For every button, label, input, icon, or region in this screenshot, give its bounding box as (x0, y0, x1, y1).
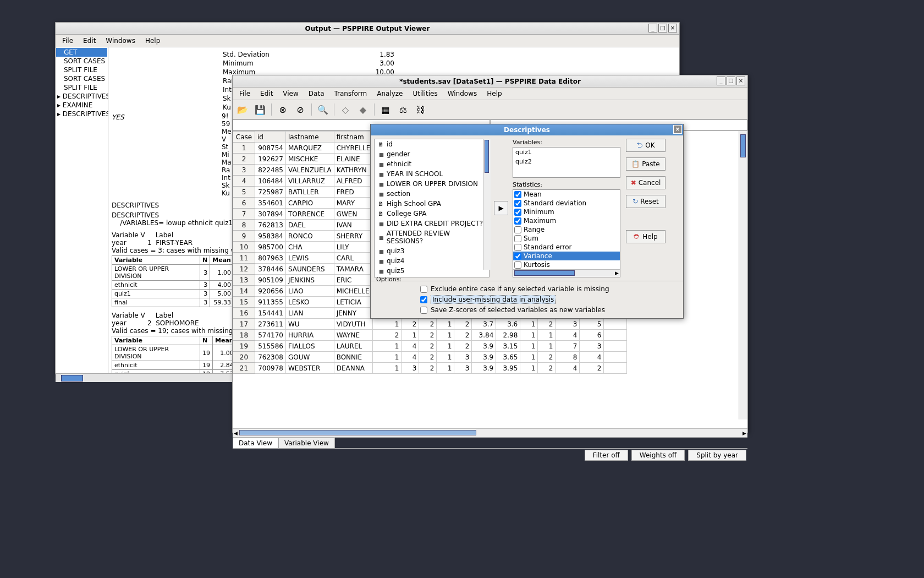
selected-variables-list[interactable]: quiz1quiz2 (513, 147, 620, 178)
stat-checkbox-row[interactable]: Variance (513, 252, 620, 260)
tab-data-view[interactable]: Data View (233, 438, 278, 448)
stat-checkbox[interactable] (514, 209, 521, 216)
stat-checkbox-row[interactable]: Maximum (513, 216, 620, 225)
source-var-item[interactable]: quiz4 (375, 256, 489, 266)
selected-var-item[interactable]: quiz2 (513, 157, 620, 166)
option-row[interactable]: Save Z-scores of selected variables as n… (376, 305, 678, 315)
minimize-icon[interactable]: _ (648, 24, 657, 32)
stat-checkbox[interactable] (514, 200, 521, 207)
statistics-list[interactable]: MeanStandard deviationMinimumMaximumRang… (513, 189, 620, 277)
help-button[interactable]: ⛑Help (626, 230, 666, 243)
paste-button[interactable]: 📋Paste (626, 157, 666, 171)
source-variables-list[interactable]: idgenderethnicitYEAR IN SCHOOLLOWER OR U… (374, 139, 490, 277)
source-var-item[interactable]: DID EXTRA CREDIT PROJECT? (375, 219, 489, 228)
editor-titlebar[interactable]: *students.sav [DataSet1] — PSPPIRE Data … (233, 75, 747, 88)
table-row[interactable]: 20762308GOUWBONNIE142133.93.651284 (233, 352, 627, 363)
option-checkbox[interactable] (420, 286, 427, 293)
source-var-item[interactable]: ATTENDED REVIEW SESSIONS? (375, 228, 489, 246)
menu-data[interactable]: Data (304, 89, 329, 99)
selected-var-item[interactable]: quiz1 (513, 148, 620, 157)
sheet-vscroll[interactable] (739, 131, 747, 419)
close-icon[interactable]: × (668, 24, 677, 32)
dialog-title[interactable]: Descriptives × (371, 124, 683, 135)
stat-checkbox[interactable] (514, 217, 521, 225)
stats-hscroll[interactable]: ▶ (513, 269, 620, 277)
move-right-button[interactable]: ▶ (494, 201, 508, 215)
tree-item[interactable]: SPLIT FILE (56, 83, 107, 92)
source-var-item[interactable]: quiz3 (375, 246, 489, 256)
source-var-item[interactable]: gender (375, 149, 489, 159)
stat-checkbox[interactable] (514, 191, 521, 198)
value-labels-icon[interactable]: ▦ (378, 102, 393, 117)
menu-help[interactable]: Help (482, 89, 506, 99)
weight-icon[interactable]: ⚖ (395, 102, 411, 117)
option-checkbox[interactable] (420, 307, 427, 314)
stat-checkbox-row[interactable]: Mean (513, 190, 620, 199)
find-icon[interactable]: 🔍 (315, 102, 331, 117)
source-var-item[interactable]: High School GPA (375, 199, 489, 209)
source-var-item[interactable]: YEAR IN SCHOOL (375, 169, 489, 179)
menu-utilities[interactable]: Utilities (408, 89, 442, 99)
cancel-button[interactable]: ✖Cancel (626, 176, 666, 189)
reset-button[interactable]: ↻Reset (626, 195, 666, 208)
stat-checkbox[interactable] (514, 226, 521, 233)
goto-case-icon[interactable]: ⊗ (275, 102, 290, 117)
save-icon[interactable]: 💾 (252, 102, 268, 117)
minimize-icon[interactable]: _ (717, 77, 725, 85)
goto-var-icon[interactable]: ⊘ (293, 102, 308, 117)
split-icon[interactable]: ⛓ (413, 102, 428, 117)
insert-case-icon[interactable]: ◇ (338, 102, 353, 117)
menu-file[interactable]: File (235, 89, 255, 99)
menu-file[interactable]: File (58, 36, 78, 46)
tree-item[interactable]: SPLIT FILE (56, 66, 107, 74)
option-row[interactable]: Exclude entire case if any selected vari… (376, 284, 678, 294)
ok-button[interactable]: ⮌OK (626, 139, 666, 152)
tab-variable-view[interactable]: Variable View (278, 438, 335, 448)
tree-item[interactable]: GET (56, 48, 107, 57)
open-icon[interactable]: 📂 (235, 102, 250, 117)
close-icon[interactable]: × (736, 77, 745, 85)
stat-checkbox[interactable] (514, 235, 521, 242)
stat-checkbox-row[interactable]: Standard deviation (513, 199, 620, 208)
maximize-icon[interactable]: □ (658, 24, 667, 32)
sheet-hscroll[interactable]: ▶◀ (233, 428, 747, 437)
tree-item[interactable]: SORT CASES (56, 57, 107, 66)
maximize-icon[interactable]: □ (727, 77, 735, 85)
table-row[interactable]: 18574170HURRIAWAYNE212123.842.981146 (233, 330, 627, 341)
menu-view[interactable]: View (278, 89, 302, 99)
source-var-item[interactable]: College GPA (375, 209, 489, 219)
option-row[interactable]: Include user-missing data in analysis (376, 294, 678, 305)
stat-checkbox[interactable] (514, 244, 521, 251)
option-checkbox[interactable] (420, 296, 427, 303)
menu-analyze[interactable]: Analyze (372, 89, 407, 99)
tree-item[interactable]: DESCRIPTIVES (56, 110, 107, 118)
source-var-item[interactable]: section (375, 189, 489, 199)
tree-item[interactable]: EXAMINE (56, 101, 107, 110)
table-row[interactable]: 21700978WEBSTERDEANNA132133.93.951242 (233, 363, 627, 374)
stat-checkbox[interactable] (514, 261, 521, 269)
insert-var-icon[interactable]: ◆ (355, 102, 371, 117)
stat-checkbox-row[interactable]: Sum (513, 234, 620, 243)
output-titlebar[interactable]: Output — PSPPIRE Output Viewer _ □ × (56, 23, 679, 35)
menu-windows[interactable]: Windows (443, 89, 482, 99)
table-row[interactable]: 17273611WUVIDYUTH122123.73.61235 (233, 319, 627, 330)
menu-transform[interactable]: Transform (329, 89, 371, 99)
output-tree[interactable]: GETSORT CASESSPLIT FILESORT CASESSPLIT F… (56, 47, 108, 373)
menu-edit[interactable]: Edit (79, 36, 100, 46)
menu-windows[interactable]: Windows (101, 36, 140, 46)
src-vscroll[interactable] (483, 139, 491, 270)
source-var-item[interactable]: final (375, 276, 489, 277)
menu-edit[interactable]: Edit (256, 89, 277, 99)
stat-checkbox-row[interactable]: Range (513, 225, 620, 234)
source-var-item[interactable]: id (375, 139, 489, 149)
source-var-item[interactable]: quiz5 (375, 266, 489, 276)
stat-checkbox-row[interactable]: Standard error (513, 243, 620, 252)
stat-checkbox-row[interactable]: Minimum (513, 208, 620, 216)
tree-item[interactable]: SORT CASES (56, 74, 107, 83)
stat-checkbox-row[interactable]: Kurtosis (513, 260, 620, 269)
tree-item[interactable]: DESCRIPTIVES (56, 92, 107, 101)
stat-checkbox[interactable] (514, 253, 521, 260)
dialog-close-icon[interactable]: × (673, 125, 682, 134)
menu-help[interactable]: Help (141, 36, 164, 46)
source-var-item[interactable]: LOWER OR UPPER DIVISION (375, 179, 489, 189)
